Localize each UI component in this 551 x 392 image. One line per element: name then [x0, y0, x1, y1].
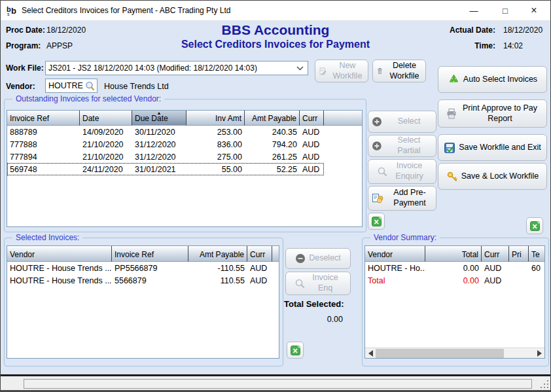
outstanding-invoices-table: Invoice Ref Date ▲ Due Date Inv Amt Amt …	[7, 110, 363, 227]
print-approve-button[interactable]: Print Approve to Pay Report	[438, 99, 547, 128]
save-workfile-exit-button[interactable]: Save Workfile and Exit	[438, 134, 547, 161]
new-workfile-button[interactable]: New Workfile	[315, 60, 368, 82]
total-selected-label: Total Selected:	[284, 299, 344, 309]
column-header-due-date[interactable]: ▲ Due Date	[132, 111, 187, 126]
vendor-search-icon[interactable]	[84, 80, 96, 92]
recycle-icon	[448, 73, 460, 86]
workfile-dropdown-value: JS201 - JS2 18/12/2020 14:03 (Modified: …	[48, 63, 257, 73]
table-row[interactable]: HOUTRE - Ho... 0.00 AUD 60	[365, 262, 544, 274]
delete-workfile-label: Delete Workfile	[387, 61, 422, 81]
save-lock-workfile-button[interactable]: Save & Lock Workfile	[438, 163, 547, 190]
selected-table-header: Vendor Invoice Ref Amt Payable Curr	[7, 246, 279, 262]
excel-icon	[529, 221, 541, 232]
column-header-amt-payable[interactable]: Amt Payable	[245, 111, 300, 126]
select-label: Select	[385, 116, 433, 127]
resize-grip[interactable]	[541, 380, 548, 388]
select-partial-label: Select Partial	[385, 135, 433, 156]
scroll-right-arrow[interactable]	[534, 348, 544, 359]
scroll-left-arrow[interactable]	[365, 348, 376, 359]
delete-workfile-button[interactable]: Delete Workfile	[372, 60, 426, 82]
status-panel	[24, 379, 532, 389]
invoice-enq-label: Invoice Enq	[309, 273, 342, 293]
vendor-summary-label: Vendor Summary:	[370, 233, 440, 242]
workfile-label: Work File:	[6, 63, 44, 73]
table-row[interactable]: 888789 14/09/2020 30/11/2020 253.00 240.…	[7, 126, 362, 138]
vendor-name: House Trends Ltd	[104, 82, 169, 91]
column-header-date[interactable]: Date	[80, 111, 132, 126]
deselect-button[interactable]: Deselect	[285, 248, 351, 269]
add-prepayment-button[interactable]: Add Pre-Payment	[368, 186, 436, 211]
magnifier-icon	[377, 166, 388, 177]
table-row-focused[interactable]: 569748 24/11/2020 31/01/2021 55.00 52.25…	[7, 163, 324, 175]
status-bar	[1, 376, 551, 390]
total-selected-value: 0.00	[284, 315, 343, 324]
table-row[interactable]: HOUTRE - House Trends ... 5566879 110.55…	[7, 274, 279, 287]
column-header-invoice-ref[interactable]: Invoice Ref	[112, 246, 188, 262]
app-window: b s b Select Creditors Invoices for Paym…	[0, 0, 551, 392]
export-excel-button[interactable]	[368, 213, 385, 230]
column-header-vendor[interactable]: Vendor	[7, 246, 112, 262]
svg-text:s: s	[7, 12, 10, 16]
column-header-inv-amt[interactable]: Inv Amt	[187, 111, 245, 126]
app-logo-icon: b s b	[6, 5, 18, 16]
auto-select-invoices-button[interactable]: Auto Select Invoices	[438, 66, 547, 93]
selected-group-label: Selected Invoices:	[12, 233, 82, 242]
actual-date-label: Actual Date:	[450, 26, 495, 35]
export-excel-button[interactable]	[526, 217, 543, 234]
table-row[interactable]: 777888 21/10/2020 31/12/2020 836.00 794.…	[7, 138, 362, 151]
minimize-button[interactable]: —	[463, 1, 485, 20]
key-icon	[446, 171, 458, 183]
column-header-terms[interactable]: Te	[529, 246, 544, 262]
invoice-enq-button[interactable]: Invoice Enq	[285, 272, 351, 295]
workfile-dropdown[interactable]: JS201 - JS2 18/12/2020 14:03 (Modified: …	[45, 61, 308, 75]
table-row-total[interactable]: Total 0.00 AUD	[365, 274, 544, 287]
horizontal-scrollbar[interactable]	[365, 347, 544, 358]
column-header-curr[interactable]: Curr	[300, 111, 324, 126]
table-row[interactable]: 777894 21/10/2020 31/12/2020 275.00 261.…	[7, 151, 362, 163]
column-header-invoice-ref[interactable]: Invoice Ref	[7, 111, 80, 126]
export-excel-button[interactable]	[287, 342, 304, 359]
column-header-pri[interactable]: Pri	[509, 246, 529, 262]
print-approve-label: Print Approve to Pay Report	[461, 103, 539, 124]
save-check-icon	[444, 142, 455, 154]
new-workfile-label: New Workfile	[330, 61, 364, 81]
column-header-curr[interactable]: Curr	[247, 246, 272, 262]
invoice-enquiry-button[interactable]: Invoice Enquiry	[368, 159, 436, 184]
summary-table-header: Vendor Total Curr Pri Te	[365, 246, 544, 262]
plus-circle-icon	[372, 141, 382, 151]
title-bar[interactable]: b s b Select Creditors Invoices for Paym…	[1, 1, 550, 21]
column-header-amt-payable[interactable]: Amt Payable	[188, 246, 247, 262]
magnifier-icon	[294, 278, 306, 289]
time-value: 14:02	[503, 41, 523, 50]
column-header-filler	[272, 246, 279, 262]
chevron-down-icon	[296, 66, 304, 71]
close-button[interactable]: ×	[523, 1, 545, 20]
window-title: Select Creditors Invoices for Payment - …	[22, 6, 230, 15]
outstanding-group-label: Outstanding Invoices for selected Vendor…	[12, 94, 164, 103]
minus-circle-icon	[295, 253, 306, 264]
column-header-filler	[324, 111, 362, 126]
vendor-code-value: HOUTRE	[48, 81, 83, 90]
select-button[interactable]: Select	[368, 111, 436, 133]
selected-invoices-table: Vendor Invoice Ref Amt Payable Curr HOUT…	[7, 245, 279, 359]
add-prepayment-label: Add Pre-Payment	[387, 188, 433, 208]
invoice-enquiry-label: Invoice Enquiry	[391, 161, 428, 181]
outstanding-table-header: Invoice Ref Date ▲ Due Date Inv Amt Amt …	[7, 111, 362, 126]
vendor-code-input[interactable]: HOUTRE	[45, 79, 98, 93]
column-header-curr[interactable]: Curr	[482, 246, 509, 262]
add-prepayment-icon	[372, 192, 383, 204]
column-header-vendor[interactable]: Vendor	[365, 246, 425, 262]
svg-text:b: b	[11, 6, 16, 16]
select-partial-button[interactable]: Select Partial	[368, 135, 436, 157]
column-header-total[interactable]: Total	[425, 246, 482, 262]
time-label: Time:	[474, 41, 495, 50]
auto-select-invoices-label: Auto Select Invoices	[463, 75, 537, 85]
excel-icon	[290, 345, 301, 356]
maximize-button[interactable]: □	[494, 1, 516, 20]
vendor-label: Vendor:	[6, 82, 35, 91]
scrollbar-thumb[interactable]	[376, 349, 504, 358]
sort-ascending-icon: ▲	[157, 111, 162, 116]
table-row[interactable]: HOUTRE - House Trends ... PP5566879 -110…	[7, 262, 279, 274]
save-lock-workfile-label: Save & Lock Workfile	[461, 171, 539, 182]
vendor-summary-table: Vendor Total Curr Pri Te HOUTRE - Ho... …	[364, 245, 545, 359]
